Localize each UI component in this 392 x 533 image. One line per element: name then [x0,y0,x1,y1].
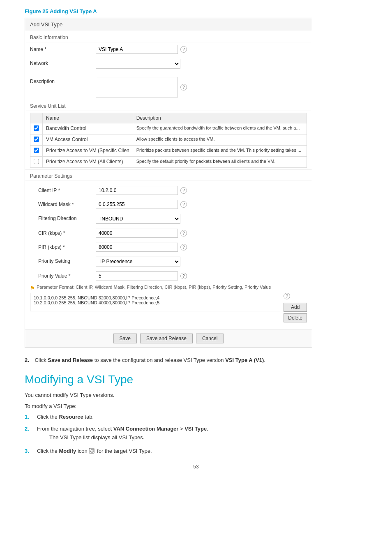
step2-text-end: . [264,357,265,363]
step1-num: 1. [25,413,33,422]
row1-desc: Specify the guaranteed bandwidth for tra… [133,123,307,134]
filtering-direction-row: Filtering Direction INBOUND [25,211,312,226]
step1-text2: tab. [83,414,94,420]
row4-desc: Specify the default priority for packets… [133,157,307,168]
param-format-text: Parameter Format: Client IP, Wildcard Ma… [37,285,271,290]
step2-bold1: Save and Release [48,357,93,363]
client-ip-label: Client IP * [30,186,96,193]
step3-bold: Modify [59,448,76,454]
table-row: Prioritize Access to VM (All Clients) Sp… [30,157,307,168]
row3-checkbox[interactable] [34,148,39,153]
save-and-release-button[interactable]: Save and Release [140,334,193,343]
step2-main-text: From the navigation tree, select VAN Con… [37,425,208,433]
client-ip-input[interactable] [96,186,178,195]
wildcard-mask-row: Wildcard Mask * ? [25,197,312,211]
cir-label: CIR (kbps) * [30,229,96,236]
network-select[interactable] [96,59,180,69]
step-item-2: 2. From the navigation tree, select VAN … [25,425,367,444]
step3-text2: icon [76,448,89,454]
description-input[interactable] [96,77,178,97]
steps-list: 1. Click the Resource tab. 2. From the n… [25,413,367,455]
name-label: Name * [30,45,96,52]
service-table-wrapper: Name Description Bandwidth Control Speci… [30,113,307,168]
wildcard-mask-input[interactable] [96,200,178,209]
step1-text: Click the [37,414,59,420]
basic-info-section: Basic Information [25,31,312,42]
priority-value-label: Priority Value * [30,271,96,279]
step3-content: Click the Modify icon for the target VSI… [37,447,367,456]
delete-button[interactable]: Delete [284,313,307,322]
filtering-direction-label: Filtering Direction [30,214,96,221]
save-button[interactable]: Save [113,334,137,343]
step2-list-bold2: VSI Type [184,426,207,432]
name-input[interactable] [96,45,178,54]
step2-text: 2. Click Save and Release to save the co… [25,356,367,365]
add-button[interactable]: Add [284,303,307,312]
cancel-button[interactable]: Cancel [196,334,224,343]
param-box-row: 10.1.0.0,0.0.255.255,INBOUND,32000,80000… [30,293,307,322]
warning-icon: ⚑ [30,285,35,291]
step-item-1: 1. Click the Resource tab. [25,413,367,422]
row4-checkbox[interactable] [34,159,39,164]
row1-checkbox[interactable] [34,125,39,131]
row1-name: Bandwidth Control [43,123,133,134]
priority-value-help-icon: ? [180,273,187,279]
row3-desc: Prioritize packets between specific clie… [133,146,307,157]
priority-value-input[interactable] [96,271,178,280]
row3-name: Prioritize Access to VM (Specific Clien [43,146,133,157]
name-row: Name * ? [25,42,312,56]
step3-text: Click the [37,448,59,454]
description-label: Description [30,77,96,84]
name-help-icon: ? [180,46,187,53]
table-row: VM Access Control Allow specific clients… [30,134,307,146]
priority-setting-label: Priority Setting [30,257,96,264]
parameter-section: Parameter Settings [25,169,312,181]
row2-name: VM Access Control [43,134,133,146]
dialog-footer: Save Save and Release Cancel [25,329,312,348]
step2-content: From the navigation tree, select VAN Con… [37,425,208,444]
client-ip-help-icon: ? [180,187,187,194]
priority-value-row: Priority Value * ? [25,269,312,283]
body-text-1: You cannot modify VSI Type versions. [25,391,367,400]
param-help-icon: ? [284,293,290,299]
cir-row: CIR (kbps) * ? [25,226,312,240]
table-row: Prioritize Access to VM (Specific Clien … [30,146,307,157]
pir-row: PIR (kbps) * ? [25,240,312,254]
description-input-wrapper: ? [96,77,307,97]
svg-rect-0 [89,448,94,453]
wildcard-mask-help-icon: ? [180,201,187,208]
network-input-wrapper [96,59,307,69]
dialog-box: Add VSI Type Basic Information Name * ? … [25,18,312,348]
step3-text3: for the target VSI Type. [97,448,152,454]
service-unit-section: Service Unit List [25,100,312,111]
step-item-3: 3. Click the Modify icon for the target … [25,447,367,456]
wildcard-mask-label: Wildcard Mask * [30,200,96,207]
step2-text-before: Click [35,357,48,363]
wildcard-mask-input-wrapper: ? [96,200,307,209]
step2-list-text2: > [178,426,184,432]
pir-label: PIR (kbps) * [30,243,96,250]
network-label: Network [30,59,96,66]
description-row: Description ? [25,74,312,100]
param-format-note: ⚑ Parameter Format: Client IP, Wildcard … [30,285,307,291]
step2-num: 2. [25,357,29,363]
table-row: Bandwidth Control Specify the guaranteed… [30,123,307,134]
param-buttons: ? Add Delete [284,293,307,322]
cir-input[interactable] [96,229,178,238]
step2-text-middle: to save the configuration and release VS… [93,357,225,363]
priority-setting-select[interactable]: IP Precedence [96,257,180,266]
priority-setting-row: Priority Setting IP Precedence [25,254,312,269]
step1-content: Click the Resource tab. [37,413,367,422]
name-input-wrapper: ? [96,45,307,54]
description-help-icon: ? [180,84,187,90]
row2-checkbox[interactable] [34,137,39,142]
step3-num: 3. [25,447,33,456]
service-table: Name Description Bandwidth Control Speci… [30,113,307,168]
body-text-2: To modify a VSI Type: [25,402,367,411]
pir-help-icon: ? [180,244,187,250]
filtering-direction-select[interactable]: INBOUND [96,214,180,224]
row4-name: Prioritize Access to VM (All Clients) [43,157,133,168]
pir-input[interactable] [96,243,178,252]
step2-list-bold: VAN Connection Manager [113,426,179,432]
client-ip-row: Client IP * ? [25,183,312,197]
